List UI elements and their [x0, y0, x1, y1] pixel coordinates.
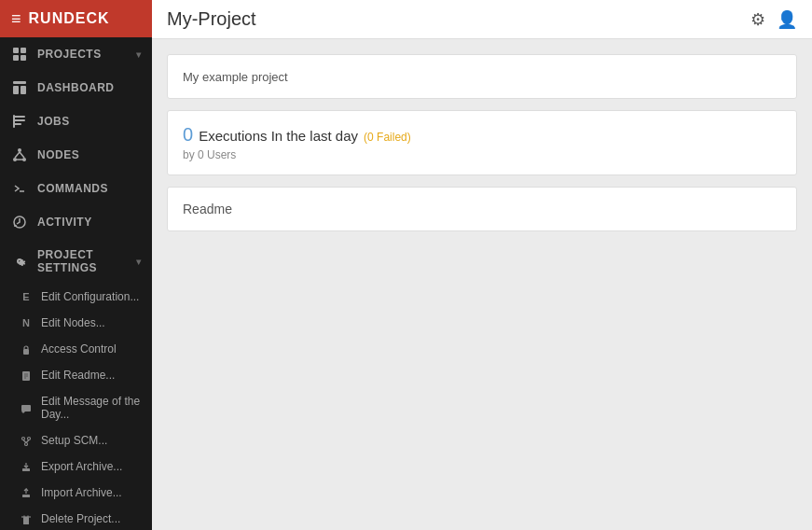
svg-line-29 [26, 439, 29, 442]
setup-scm-label: Setup SCM... [41, 434, 107, 447]
edit-nodes-label: Edit Nodes... [41, 316, 105, 329]
scm-icon [19, 434, 34, 446]
svg-rect-32 [23, 517, 29, 524]
activity-label: ACTIVITY [37, 216, 92, 229]
topbar-icons: ⚙ 👤 [750, 9, 797, 30]
submenu-delete-project[interactable]: Delete Project... [0, 506, 152, 530]
user-icon[interactable]: 👤 [777, 9, 797, 30]
delete-icon [19, 512, 34, 524]
executions-card: 0 Executions In the last day (0 Failed) … [167, 110, 797, 175]
edit-nodes-icon: N [19, 317, 34, 328]
jobs-icon [11, 114, 28, 129]
project-description-card: My example project [167, 54, 797, 99]
svg-line-15 [20, 152, 24, 158]
svg-rect-19 [23, 349, 29, 355]
svg-rect-2 [13, 55, 19, 61]
message-icon [19, 401, 34, 413]
readme-doc-icon [19, 369, 34, 381]
delete-project-label: Delete Project... [41, 512, 120, 525]
svg-point-11 [18, 148, 21, 152]
edit-readme-label: Edit Readme... [41, 369, 115, 382]
sidebar-item-commands[interactable]: COMMANDS [0, 172, 152, 205]
sidebar: ≡ RUNDECK PROJECTS ▾ DASHBOARD [0, 0, 152, 530]
submenu-import-archive[interactable]: Import Archive... [0, 480, 152, 506]
svg-rect-3 [21, 55, 26, 61]
svg-point-25 [22, 437, 25, 439]
sidebar-item-dashboard[interactable]: DASHBOARD [0, 71, 152, 105]
page-title: My-Project [167, 8, 256, 30]
nodes-label: NODES [37, 148, 79, 161]
project-settings-icon [11, 254, 28, 269]
rundeck-logo-icon: ≡ [11, 9, 21, 29]
execution-users: by 0 Users [183, 148, 781, 161]
edit-motd-label: Edit Message of the Day... [41, 395, 141, 421]
svg-rect-31 [22, 495, 30, 497]
readme-label: Readme [183, 202, 232, 216]
commands-icon [11, 181, 28, 196]
access-control-label: Access Control [41, 342, 117, 356]
executions-line: 0 Executions In the last day (0 Failed) [183, 124, 781, 146]
svg-rect-5 [13, 86, 19, 94]
sidebar-item-project-settings[interactable]: PROJECT SETTINGS ▾ [0, 239, 152, 284]
submenu-edit-config[interactable]: E Edit Configuration... [0, 284, 152, 310]
project-settings-arrow: ▾ [136, 257, 142, 267]
sidebar-item-activity[interactable]: ACTIVITY [0, 205, 152, 239]
submenu-edit-readme[interactable]: Edit Readme... [0, 362, 152, 388]
project-settings-label: PROJECT SETTINGS [37, 248, 127, 274]
svg-point-27 [25, 442, 28, 445]
svg-rect-24 [21, 405, 31, 411]
svg-point-26 [28, 437, 31, 439]
export-archive-label: Export Archive... [41, 460, 122, 473]
svg-rect-0 [13, 48, 19, 53]
projects-label: PROJECTS [37, 48, 102, 61]
sidebar-header: ≡ RUNDECK [0, 0, 152, 37]
jobs-label: JOBS [37, 115, 70, 128]
settings-icon[interactable]: ⚙ [750, 9, 765, 30]
svg-rect-10 [13, 115, 15, 128]
execution-label: Executions In the last day [199, 128, 358, 144]
edit-config-icon: E [19, 291, 34, 302]
svg-rect-4 [13, 81, 26, 84]
nodes-icon [11, 147, 28, 162]
svg-line-14 [15, 152, 20, 158]
lock-icon [19, 342, 34, 355]
projects-arrow: ▾ [136, 49, 142, 60]
sidebar-item-jobs[interactable]: JOBS [0, 105, 152, 138]
export-icon [19, 460, 34, 472]
execution-failed: (0 Failed) [364, 131, 411, 144]
edit-config-label: Edit Configuration... [41, 290, 139, 303]
import-icon [19, 486, 34, 498]
activity-icon [11, 215, 28, 230]
commands-label: COMMANDS [37, 182, 108, 195]
svg-line-28 [23, 439, 26, 442]
import-archive-label: Import Archive... [41, 486, 122, 499]
execution-count: 0 [183, 124, 193, 146]
sidebar-item-projects[interactable]: PROJECTS ▾ [0, 37, 152, 71]
main-content: My-Project ⚙ 👤 My example project 0 Exec… [152, 0, 812, 530]
dashboard-icon [11, 80, 28, 95]
projects-icon [11, 47, 28, 62]
submenu-access-control[interactable]: Access Control [0, 336, 152, 362]
dashboard-label: DASHBOARD [37, 81, 115, 94]
svg-rect-6 [21, 86, 26, 94]
brand-title: RUNDECK [29, 10, 110, 27]
sidebar-item-nodes[interactable]: NODES [0, 138, 152, 172]
topbar: My-Project ⚙ 👤 [152, 0, 812, 39]
readme-card: Readme [167, 187, 797, 231]
svg-rect-30 [22, 468, 30, 471]
svg-rect-1 [21, 48, 26, 53]
content-area: My example project 0 Executions In the l… [152, 39, 812, 530]
svg-rect-7 [14, 116, 25, 118]
submenu-edit-motd[interactable]: Edit Message of the Day... [0, 388, 152, 427]
submenu-export-archive[interactable]: Export Archive... [0, 453, 152, 480]
project-description: My example project [183, 70, 288, 84]
submenu-setup-scm[interactable]: Setup SCM... [0, 427, 152, 453]
svg-rect-8 [14, 119, 25, 121]
submenu-edit-nodes[interactable]: N Edit Nodes... [0, 310, 152, 336]
svg-rect-9 [14, 123, 21, 125]
